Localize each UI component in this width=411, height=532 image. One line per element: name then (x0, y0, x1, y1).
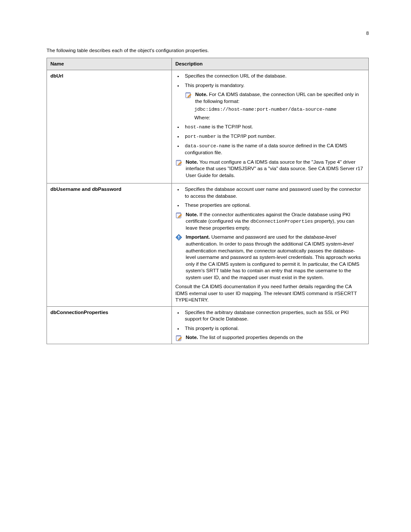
prop-desc-dburl: Specifies the connection URL of the data… (172, 70, 369, 184)
table-header-row: Name Description (47, 58, 369, 70)
important-block: Important. Username and password are use… (175, 234, 365, 281)
note-icon (185, 91, 192, 98)
bullet-list: Specifies the arbitrary database connect… (175, 309, 365, 332)
note-text: Note. If the connector authenticates aga… (186, 212, 365, 232)
table-row: dbUrl Specifies the connection URL of th… (47, 70, 369, 184)
note-block: Note. You must configure a CA IDMS data … (175, 159, 365, 179)
list-item: Specifies the arbitrary database connect… (183, 309, 365, 323)
table-row: dbUsername and dbPassword Specifies the … (47, 184, 369, 307)
list-item: port-number is the TCP/IP port number. (183, 133, 365, 140)
where-label: Where: (194, 115, 365, 121)
prop-name-dbconnprops: dbConnectionProperties (47, 306, 172, 344)
prop-desc-dbconnprops: Specifies the arbitrary database connect… (172, 306, 369, 344)
note-icon (175, 159, 182, 166)
important-icon (175, 234, 182, 241)
svg-rect-4 (178, 236, 179, 238)
note-text: Note. For CA IDMS database, the connecti… (195, 91, 365, 105)
col-name: Name (47, 58, 172, 70)
note-icon (175, 212, 182, 218)
page-number: 8 (366, 30, 369, 37)
list-item: Specifies the connection URL of the data… (183, 73, 365, 80)
svg-rect-5 (178, 239, 179, 240)
prop-name-dbuser: dbUsername and dbPassword (47, 184, 172, 307)
table-row: dbConnectionProperties Specifies the arb… (47, 306, 369, 344)
list-item: This property is optional. (183, 325, 365, 332)
prop-name-dburl: dbUrl (47, 70, 172, 184)
note-text: Note. The list of supported properties d… (186, 334, 365, 341)
list-item: data-source-name is the name of a data s… (183, 143, 365, 156)
list-item: Specifies the database account user name… (183, 186, 365, 199)
col-description: Description (172, 58, 369, 70)
note-block: Note. For CA IDMS database, the connecti… (185, 91, 365, 105)
note-block: Note. If the connector authenticates aga… (175, 212, 365, 232)
note-text: Note. You must configure a CA IDMS data … (186, 159, 365, 179)
manual-page: 8 The following table describes each of … (0, 0, 411, 532)
note-icon (175, 334, 182, 341)
important-text: Important. Username and password are use… (186, 234, 365, 281)
bullet-list: Specifies the connection URL of the data… (175, 73, 365, 156)
intro-paragraph: The following table describes each of th… (47, 47, 369, 54)
prop-desc-dbuser: Specifies the database account user name… (172, 184, 369, 307)
list-item: host-name is the TCP/IP host. (183, 124, 365, 131)
properties-table: Name Description dbUrl Specifies the con… (47, 58, 369, 345)
list-item: This property is mandatory. Note. For CA (183, 82, 365, 121)
note-block: Note. The list of supported properties d… (175, 334, 365, 341)
bullet-list: Specifies the database account user name… (175, 186, 365, 209)
paragraph: Consult the CA IDMS documentation if you… (175, 283, 365, 304)
code-line: jdbc:idms://host-name:port-number/data-s… (194, 106, 365, 113)
list-item: These properties are optional. (183, 202, 365, 209)
